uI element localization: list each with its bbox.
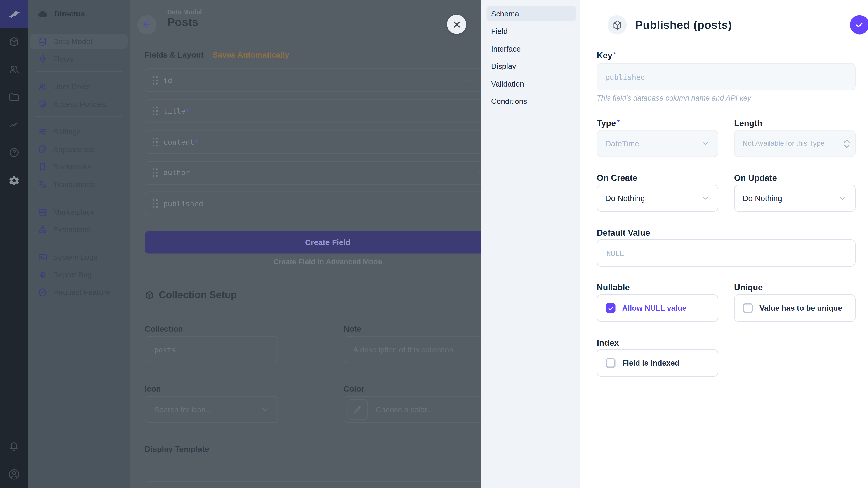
nullable-option-label[interactable]: Allow NULL value: [622, 304, 686, 313]
index-option-label[interactable]: Field is indexed: [622, 359, 680, 367]
drawer: Published (posts) Key* published This fi…: [581, 0, 868, 488]
on-create-select[interactable]: Do Nothing: [597, 185, 718, 212]
drag-handle-icon[interactable]: [153, 199, 154, 201]
sidebar-item-report-bug[interactable]: Report Bug: [30, 267, 128, 282]
color-input[interactable]: [344, 396, 482, 423]
tab-field[interactable]: Field: [487, 23, 576, 39]
tab-validation[interactable]: Validation: [487, 76, 576, 92]
field-row-id[interactable]: id: [145, 68, 482, 92]
drag-handle-icon[interactable]: [153, 138, 154, 139]
nullable-checkbox-group[interactable]: Allow NULL value: [597, 294, 718, 322]
drag-handle-icon[interactable]: [153, 168, 154, 170]
length-label: Length: [734, 118, 763, 128]
arrow-left-icon: [142, 20, 152, 30]
sidebar-item-translations[interactable]: Translations: [30, 177, 128, 192]
sidebar-item-bookmarks[interactable]: Bookmarks: [30, 159, 128, 174]
sidebar: Directus Data Model Flows User Roles Acc…: [28, 0, 130, 488]
insights-icon[interactable]: [0, 111, 28, 138]
directus-rabbit-icon[interactable]: [0, 0, 28, 28]
bell-icon[interactable]: [0, 432, 28, 460]
project-name: Directus: [54, 10, 85, 18]
note-label: Note: [344, 324, 361, 333]
chevron-down-icon: [843, 144, 850, 148]
on-update-select[interactable]: Do Nothing: [734, 185, 856, 212]
bolt-icon: [37, 54, 48, 64]
default-value-input[interactable]: [597, 239, 856, 267]
sidebar-item-label: User Roles: [53, 82, 91, 91]
display-template-label: Display Template: [145, 445, 209, 454]
field-row-author[interactable]: author: [145, 161, 482, 184]
collection-input[interactable]: [145, 336, 278, 363]
sidebar-item-data-model[interactable]: Data Model: [30, 34, 128, 48]
sidebar-item-settings[interactable]: Settings: [30, 124, 128, 139]
tab-schema[interactable]: Schema: [487, 6, 576, 22]
sidebar-item-user-roles[interactable]: User Roles: [30, 79, 128, 94]
key-input: published: [597, 63, 856, 90]
gear-icon[interactable]: [0, 167, 28, 195]
sidebar-item-label: Access Policies: [53, 100, 106, 108]
box-icon[interactable]: [0, 28, 28, 56]
chevron-down-icon: [701, 139, 710, 148]
save-button[interactable]: [850, 15, 868, 35]
palette-icon: [37, 144, 48, 154]
collection-input-field[interactable]: [153, 345, 270, 355]
display-template-field[interactable]: [153, 463, 482, 473]
drag-handle-icon[interactable]: [153, 107, 154, 109]
note-input[interactable]: [344, 336, 482, 363]
sidebar-item-marketplace[interactable]: Marketplace: [30, 204, 128, 219]
on-update-label: On Update: [734, 173, 777, 183]
icon-search-field[interactable]: [153, 404, 260, 414]
drag-handle-icon[interactable]: [153, 76, 154, 78]
key-value: published: [605, 72, 645, 81]
tab-conditions[interactable]: Conditions: [487, 93, 576, 109]
help-icon[interactable]: [0, 138, 28, 166]
checkbox-unchecked-icon[interactable]: [606, 358, 616, 368]
display-template-input[interactable]: [145, 455, 482, 482]
project-chooser[interactable]: Directus: [28, 0, 130, 28]
create-field-advanced-link[interactable]: Create Field in Advanced Mode: [145, 258, 482, 266]
breadcrumb[interactable]: Data Model: [167, 8, 202, 15]
sidebar-item-appearance[interactable]: Appearance: [30, 142, 128, 157]
index-checkbox-group[interactable]: Field is indexed: [597, 349, 718, 377]
field-name: id: [163, 76, 172, 85]
back-button[interactable]: [137, 15, 157, 35]
type-select: DateTime: [597, 130, 718, 157]
eyedropper-icon[interactable]: [348, 399, 368, 420]
chevron-down-icon[interactable]: [260, 405, 270, 414]
nullable-label: Nullable: [597, 283, 630, 292]
checkbox-checked-icon[interactable]: [606, 303, 616, 313]
unique-option-label[interactable]: Value has to be unique: [760, 304, 842, 313]
field-row-content[interactable]: content*: [145, 130, 482, 154]
folder-icon[interactable]: [0, 83, 28, 111]
unique-checkbox-group[interactable]: Value has to be unique: [734, 294, 856, 322]
sidebar-item-extensions[interactable]: Extensions: [30, 222, 128, 237]
sidebar-item-request-feature[interactable]: Request Feature: [30, 285, 128, 299]
tab-interface[interactable]: Interface: [487, 41, 576, 57]
sidebar-item-access-policies[interactable]: Access Policies: [30, 97, 128, 111]
avatar-icon[interactable]: [0, 460, 28, 488]
edit-off-icon: [478, 76, 482, 86]
sidebar-divider: [36, 71, 122, 72]
default-value-field[interactable]: [605, 248, 847, 258]
close-drawer-button[interactable]: [447, 15, 466, 34]
icon-select[interactable]: [145, 396, 278, 423]
shield-lock-icon: [37, 99, 48, 109]
section-divider: [145, 307, 482, 307]
color-input-field[interactable]: [375, 404, 482, 414]
sidebar-item-system-logs[interactable]: System Logs: [30, 250, 128, 264]
sidebar-item-flows[interactable]: Flows: [30, 52, 128, 66]
drawer-header-icon-button[interactable]: [608, 15, 627, 35]
create-field-button[interactable]: Create Field: [145, 231, 482, 254]
fields-layout-label: Fields & Layout: [145, 51, 204, 59]
default-value-label: Default Value: [597, 228, 650, 237]
translate-icon: [37, 180, 48, 189]
note-input-field[interactable]: [352, 345, 482, 355]
box-icon: [612, 20, 622, 30]
users-icon[interactable]: [0, 55, 28, 83]
on-update-value: Do Nothing: [743, 194, 782, 203]
checkbox-unchecked-icon[interactable]: [743, 303, 753, 313]
field-row-title[interactable]: title*: [145, 99, 482, 123]
box-icon: [145, 290, 154, 300]
field-row-published[interactable]: published: [145, 192, 482, 215]
tab-display[interactable]: Display: [487, 58, 576, 74]
